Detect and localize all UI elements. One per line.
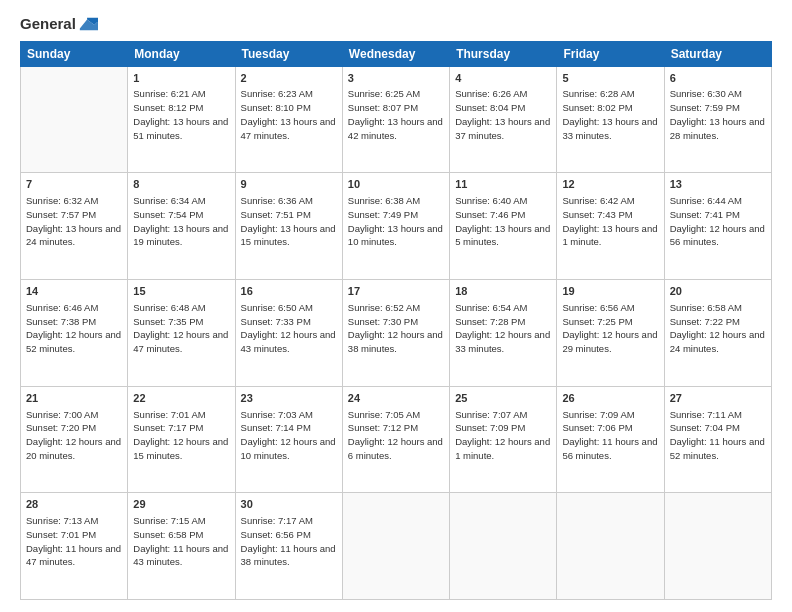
day-number: 5 bbox=[562, 71, 658, 87]
day-cell: 16Sunrise: 6:50 AMSunset: 7:33 PMDayligh… bbox=[235, 279, 342, 386]
day-number: 7 bbox=[26, 177, 122, 193]
day-cell: 8Sunrise: 6:34 AMSunset: 7:54 PMDaylight… bbox=[128, 173, 235, 280]
day-cell: 7Sunrise: 6:32 AMSunset: 7:57 PMDaylight… bbox=[21, 173, 128, 280]
day-cell: 6Sunrise: 6:30 AMSunset: 7:59 PMDaylight… bbox=[664, 66, 771, 173]
day-cell: 30Sunrise: 7:17 AMSunset: 6:56 PMDayligh… bbox=[235, 493, 342, 600]
week-row-4: 21Sunrise: 7:00 AMSunset: 7:20 PMDayligh… bbox=[21, 386, 772, 493]
weekday-header-wednesday: Wednesday bbox=[342, 41, 449, 66]
logo-icon bbox=[78, 17, 98, 31]
day-number: 23 bbox=[241, 391, 337, 407]
weekday-header-friday: Friday bbox=[557, 41, 664, 66]
logo-general: General bbox=[20, 16, 76, 33]
day-number: 10 bbox=[348, 177, 444, 193]
day-cell: 19Sunrise: 6:56 AMSunset: 7:25 PMDayligh… bbox=[557, 279, 664, 386]
day-number: 30 bbox=[241, 497, 337, 513]
day-cell: 3Sunrise: 6:25 AMSunset: 8:07 PMDaylight… bbox=[342, 66, 449, 173]
day-number: 29 bbox=[133, 497, 229, 513]
day-cell: 20Sunrise: 6:58 AMSunset: 7:22 PMDayligh… bbox=[664, 279, 771, 386]
day-cell: 11Sunrise: 6:40 AMSunset: 7:46 PMDayligh… bbox=[450, 173, 557, 280]
day-cell: 13Sunrise: 6:44 AMSunset: 7:41 PMDayligh… bbox=[664, 173, 771, 280]
day-number: 11 bbox=[455, 177, 551, 193]
day-cell: 12Sunrise: 6:42 AMSunset: 7:43 PMDayligh… bbox=[557, 173, 664, 280]
day-number: 8 bbox=[133, 177, 229, 193]
day-cell: 22Sunrise: 7:01 AMSunset: 7:17 PMDayligh… bbox=[128, 386, 235, 493]
day-number: 16 bbox=[241, 284, 337, 300]
week-row-3: 14Sunrise: 6:46 AMSunset: 7:38 PMDayligh… bbox=[21, 279, 772, 386]
weekday-header-tuesday: Tuesday bbox=[235, 41, 342, 66]
day-cell: 10Sunrise: 6:38 AMSunset: 7:49 PMDayligh… bbox=[342, 173, 449, 280]
day-number: 22 bbox=[133, 391, 229, 407]
day-cell: 2Sunrise: 6:23 AMSunset: 8:10 PMDaylight… bbox=[235, 66, 342, 173]
week-row-1: 1Sunrise: 6:21 AMSunset: 8:12 PMDaylight… bbox=[21, 66, 772, 173]
day-number: 25 bbox=[455, 391, 551, 407]
day-cell: 23Sunrise: 7:03 AMSunset: 7:14 PMDayligh… bbox=[235, 386, 342, 493]
day-number: 4 bbox=[455, 71, 551, 87]
day-number: 1 bbox=[133, 71, 229, 87]
day-number: 28 bbox=[26, 497, 122, 513]
day-number: 14 bbox=[26, 284, 122, 300]
weekday-header-thursday: Thursday bbox=[450, 41, 557, 66]
day-number: 6 bbox=[670, 71, 766, 87]
logo: General bbox=[20, 16, 98, 33]
day-number: 3 bbox=[348, 71, 444, 87]
day-cell: 18Sunrise: 6:54 AMSunset: 7:28 PMDayligh… bbox=[450, 279, 557, 386]
day-cell: 28Sunrise: 7:13 AMSunset: 7:01 PMDayligh… bbox=[21, 493, 128, 600]
weekday-header-sunday: Sunday bbox=[21, 41, 128, 66]
weekday-header-saturday: Saturday bbox=[664, 41, 771, 66]
day-cell: 24Sunrise: 7:05 AMSunset: 7:12 PMDayligh… bbox=[342, 386, 449, 493]
header: General bbox=[20, 16, 772, 33]
day-cell: 27Sunrise: 7:11 AMSunset: 7:04 PMDayligh… bbox=[664, 386, 771, 493]
day-number: 18 bbox=[455, 284, 551, 300]
calendar-table: SundayMondayTuesdayWednesdayThursdayFrid… bbox=[20, 41, 772, 601]
day-number: 26 bbox=[562, 391, 658, 407]
day-number: 20 bbox=[670, 284, 766, 300]
day-cell: 21Sunrise: 7:00 AMSunset: 7:20 PMDayligh… bbox=[21, 386, 128, 493]
day-number: 27 bbox=[670, 391, 766, 407]
day-cell: 9Sunrise: 6:36 AMSunset: 7:51 PMDaylight… bbox=[235, 173, 342, 280]
day-cell: 4Sunrise: 6:26 AMSunset: 8:04 PMDaylight… bbox=[450, 66, 557, 173]
weekday-header-row: SundayMondayTuesdayWednesdayThursdayFrid… bbox=[21, 41, 772, 66]
weekday-header-monday: Monday bbox=[128, 41, 235, 66]
day-cell bbox=[342, 493, 449, 600]
day-cell: 26Sunrise: 7:09 AMSunset: 7:06 PMDayligh… bbox=[557, 386, 664, 493]
day-number: 24 bbox=[348, 391, 444, 407]
week-row-5: 28Sunrise: 7:13 AMSunset: 7:01 PMDayligh… bbox=[21, 493, 772, 600]
day-number: 17 bbox=[348, 284, 444, 300]
day-cell: 29Sunrise: 7:15 AMSunset: 6:58 PMDayligh… bbox=[128, 493, 235, 600]
calendar-page: General SundayMondayTuesdayWednesdayThur… bbox=[0, 0, 792, 612]
day-number: 13 bbox=[670, 177, 766, 193]
day-cell: 1Sunrise: 6:21 AMSunset: 8:12 PMDaylight… bbox=[128, 66, 235, 173]
day-cell bbox=[450, 493, 557, 600]
day-cell: 14Sunrise: 6:46 AMSunset: 7:38 PMDayligh… bbox=[21, 279, 128, 386]
day-cell bbox=[21, 66, 128, 173]
day-number: 21 bbox=[26, 391, 122, 407]
day-cell: 25Sunrise: 7:07 AMSunset: 7:09 PMDayligh… bbox=[450, 386, 557, 493]
day-number: 15 bbox=[133, 284, 229, 300]
day-number: 12 bbox=[562, 177, 658, 193]
day-number: 19 bbox=[562, 284, 658, 300]
day-cell bbox=[557, 493, 664, 600]
day-cell: 17Sunrise: 6:52 AMSunset: 7:30 PMDayligh… bbox=[342, 279, 449, 386]
day-number: 2 bbox=[241, 71, 337, 87]
day-cell: 15Sunrise: 6:48 AMSunset: 7:35 PMDayligh… bbox=[128, 279, 235, 386]
week-row-2: 7Sunrise: 6:32 AMSunset: 7:57 PMDaylight… bbox=[21, 173, 772, 280]
day-cell: 5Sunrise: 6:28 AMSunset: 8:02 PMDaylight… bbox=[557, 66, 664, 173]
day-cell bbox=[664, 493, 771, 600]
day-number: 9 bbox=[241, 177, 337, 193]
